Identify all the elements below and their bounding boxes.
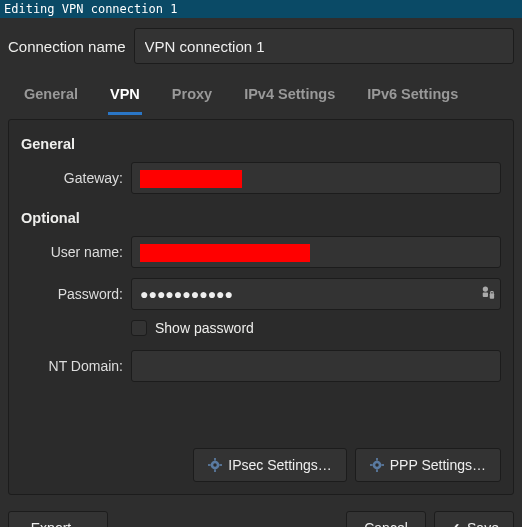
username-input[interactable] (131, 236, 501, 268)
svg-rect-7 (214, 469, 216, 472)
check-icon: ✓ (449, 520, 461, 527)
dialog-footer: Export… Cancel ✓ Save (0, 503, 522, 527)
connection-name-label: Connection name (8, 38, 126, 55)
nt-domain-label: NT Domain: (21, 358, 131, 374)
tab-ipv6[interactable]: IPv6 Settings (365, 80, 460, 115)
tab-bar: General VPN Proxy IPv4 Settings IPv6 Set… (0, 80, 522, 115)
gateway-label: Gateway: (21, 170, 131, 186)
show-password-label: Show password (155, 320, 254, 336)
svg-rect-9 (220, 464, 223, 466)
password-input[interactable] (131, 278, 501, 310)
section-general: General (21, 136, 501, 152)
svg-rect-14 (370, 464, 373, 466)
svg-rect-3 (491, 292, 494, 295)
ipsec-settings-button[interactable]: IPsec Settings… (193, 448, 347, 482)
gear-icon (208, 458, 222, 472)
save-label: Save (467, 520, 499, 527)
export-label: Export… (31, 520, 85, 527)
svg-point-5 (214, 463, 218, 467)
svg-rect-6 (214, 458, 216, 461)
connection-name-row: Connection name (0, 18, 522, 76)
password-store-icon[interactable] (481, 286, 495, 303)
save-button[interactable]: ✓ Save (434, 511, 514, 527)
window-title: Editing VPN connection 1 (0, 0, 522, 18)
tab-vpn[interactable]: VPN (108, 80, 142, 115)
ppp-settings-label: PPP Settings… (390, 457, 486, 473)
svg-rect-15 (381, 464, 384, 466)
export-button[interactable]: Export… (8, 511, 108, 527)
tab-proxy[interactable]: Proxy (170, 80, 214, 115)
section-optional: Optional (21, 210, 501, 226)
svg-point-11 (375, 463, 379, 467)
password-label: Password: (21, 286, 131, 302)
svg-rect-8 (208, 464, 211, 466)
connection-name-input[interactable] (134, 28, 514, 64)
gateway-input[interactable] (131, 162, 501, 194)
tab-general[interactable]: General (22, 80, 80, 115)
vpn-panel: General Gateway: Optional User name: Pas… (8, 119, 514, 495)
cancel-button[interactable]: Cancel (346, 511, 426, 527)
ppp-settings-button[interactable]: PPP Settings… (355, 448, 501, 482)
redacted-gateway (140, 170, 242, 188)
username-label: User name: (21, 244, 131, 260)
svg-rect-13 (376, 469, 378, 472)
svg-point-0 (483, 286, 488, 291)
svg-rect-1 (483, 293, 488, 297)
nt-domain-input[interactable] (131, 350, 501, 382)
svg-rect-12 (376, 458, 378, 461)
cancel-label: Cancel (364, 520, 408, 527)
ipsec-settings-label: IPsec Settings… (228, 457, 332, 473)
tab-ipv4[interactable]: IPv4 Settings (242, 80, 337, 115)
redacted-username (140, 244, 310, 262)
show-password-checkbox[interactable] (131, 320, 147, 336)
gear-icon (370, 458, 384, 472)
